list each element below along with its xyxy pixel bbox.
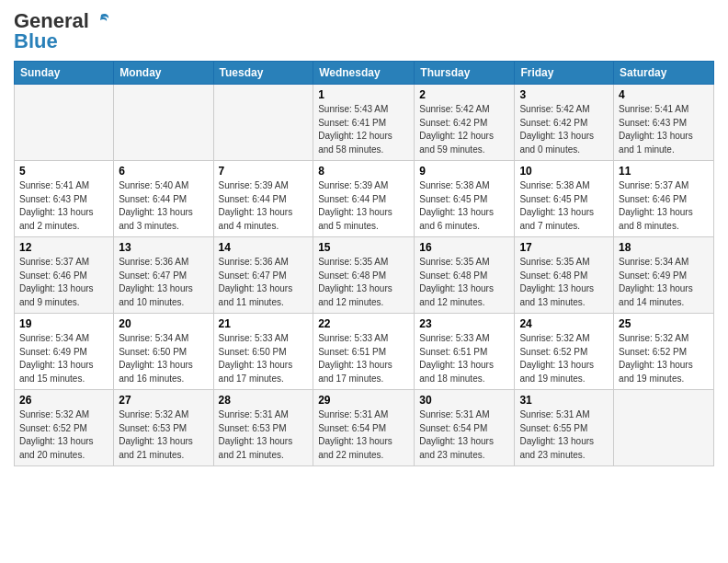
day-number: 22 <box>318 317 409 330</box>
day-info: Sunrise: 5:37 AMSunset: 6:46 PMDaylight:… <box>619 179 709 233</box>
calendar-cell: 15Sunrise: 5:35 AMSunset: 6:48 PMDayligh… <box>313 237 415 314</box>
calendar-cell <box>213 85 313 161</box>
calendar-cell: 18Sunrise: 5:34 AMSunset: 6:49 PMDayligh… <box>614 237 714 314</box>
day-info: Sunrise: 5:34 AMSunset: 6:49 PMDaylight:… <box>19 332 108 385</box>
calendar-cell: 31Sunrise: 5:31 AMSunset: 6:55 PMDayligh… <box>515 390 614 466</box>
calendar-cell: 23Sunrise: 5:33 AMSunset: 6:51 PMDayligh… <box>415 314 515 390</box>
day-number: 14 <box>219 241 309 254</box>
day-info: Sunrise: 5:42 AMSunset: 6:42 PMDaylight:… <box>519 103 609 156</box>
calendar-cell: 22Sunrise: 5:33 AMSunset: 6:51 PMDayligh… <box>313 314 415 390</box>
day-number: 31 <box>519 394 609 407</box>
calendar-header-row: SundayMondayTuesdayWednesdayThursdayFrid… <box>15 62 714 85</box>
day-info: Sunrise: 5:37 AMSunset: 6:46 PMDaylight:… <box>19 256 108 309</box>
logo-bird-icon <box>91 11 111 31</box>
day-number: 1 <box>318 88 409 101</box>
day-number: 28 <box>219 394 309 407</box>
day-number: 17 <box>519 241 609 254</box>
day-number: 29 <box>318 394 409 407</box>
calendar-cell: 29Sunrise: 5:31 AMSunset: 6:54 PMDayligh… <box>313 390 415 466</box>
calendar-cell <box>614 390 714 466</box>
column-header-monday: Monday <box>114 62 213 85</box>
calendar-cell <box>114 85 213 161</box>
calendar-cell: 24Sunrise: 5:32 AMSunset: 6:52 PMDayligh… <box>515 314 614 390</box>
day-info: Sunrise: 5:35 AMSunset: 6:48 PMDaylight:… <box>318 256 409 309</box>
day-info: Sunrise: 5:36 AMSunset: 6:47 PMDaylight:… <box>119 256 208 309</box>
day-number: 10 <box>519 165 609 178</box>
column-header-thursday: Thursday <box>415 62 515 85</box>
day-info: Sunrise: 5:42 AMSunset: 6:42 PMDaylight:… <box>419 103 509 156</box>
day-number: 26 <box>19 394 108 407</box>
day-number: 19 <box>19 317 108 330</box>
day-number: 12 <box>19 241 108 254</box>
day-info: Sunrise: 5:39 AMSunset: 6:44 PMDaylight:… <box>219 179 309 233</box>
calendar-cell: 3Sunrise: 5:42 AMSunset: 6:42 PMDaylight… <box>515 85 614 161</box>
day-info: Sunrise: 5:38 AMSunset: 6:45 PMDaylight:… <box>419 179 509 233</box>
column-header-wednesday: Wednesday <box>313 62 415 85</box>
day-number: 21 <box>219 317 309 330</box>
calendar-cell: 13Sunrise: 5:36 AMSunset: 6:47 PMDayligh… <box>114 237 213 314</box>
calendar-cell: 26Sunrise: 5:32 AMSunset: 6:52 PMDayligh… <box>15 390 114 466</box>
day-info: Sunrise: 5:31 AMSunset: 6:54 PMDaylight:… <box>318 408 409 462</box>
calendar-cell: 11Sunrise: 5:37 AMSunset: 6:46 PMDayligh… <box>614 161 714 237</box>
day-info: Sunrise: 5:32 AMSunset: 6:52 PMDaylight:… <box>19 408 108 462</box>
calendar-cell: 6Sunrise: 5:40 AMSunset: 6:44 PMDaylight… <box>114 161 213 237</box>
day-info: Sunrise: 5:33 AMSunset: 6:51 PMDaylight:… <box>419 332 509 385</box>
calendar-cell: 12Sunrise: 5:37 AMSunset: 6:46 PMDayligh… <box>15 237 114 314</box>
day-info: Sunrise: 5:39 AMSunset: 6:44 PMDaylight:… <box>318 179 409 233</box>
logo-blue-text: Blue <box>14 29 58 53</box>
day-number: 11 <box>619 165 709 178</box>
calendar-table: SundayMondayTuesdayWednesdayThursdayFrid… <box>14 61 714 466</box>
day-info: Sunrise: 5:32 AMSunset: 6:53 PMDaylight:… <box>119 408 208 462</box>
day-info: Sunrise: 5:32 AMSunset: 6:52 PMDaylight:… <box>619 332 709 385</box>
day-number: 9 <box>419 165 509 178</box>
calendar-cell: 5Sunrise: 5:41 AMSunset: 6:43 PMDaylight… <box>15 161 114 237</box>
day-number: 8 <box>318 165 409 178</box>
calendar-cell: 20Sunrise: 5:34 AMSunset: 6:50 PMDayligh… <box>114 314 213 390</box>
day-info: Sunrise: 5:40 AMSunset: 6:44 PMDaylight:… <box>119 179 208 233</box>
calendar-week-row: 1Sunrise: 5:43 AMSunset: 6:41 PMDaylight… <box>15 85 714 161</box>
day-info: Sunrise: 5:32 AMSunset: 6:52 PMDaylight:… <box>519 332 609 385</box>
day-info: Sunrise: 5:38 AMSunset: 6:45 PMDaylight:… <box>519 179 609 233</box>
calendar-cell: 7Sunrise: 5:39 AMSunset: 6:44 PMDaylight… <box>213 161 313 237</box>
day-info: Sunrise: 5:41 AMSunset: 6:43 PMDaylight:… <box>619 103 709 156</box>
calendar-cell: 21Sunrise: 5:33 AMSunset: 6:50 PMDayligh… <box>213 314 313 390</box>
page-header: General Blue <box>14 9 714 53</box>
day-info: Sunrise: 5:33 AMSunset: 6:50 PMDaylight:… <box>219 332 309 385</box>
calendar-cell: 19Sunrise: 5:34 AMSunset: 6:49 PMDayligh… <box>15 314 114 390</box>
day-info: Sunrise: 5:31 AMSunset: 6:54 PMDaylight:… <box>419 408 509 462</box>
day-info: Sunrise: 5:35 AMSunset: 6:48 PMDaylight:… <box>419 256 509 309</box>
calendar-cell: 8Sunrise: 5:39 AMSunset: 6:44 PMDaylight… <box>313 161 415 237</box>
calendar-week-row: 5Sunrise: 5:41 AMSunset: 6:43 PMDaylight… <box>15 161 714 237</box>
day-number: 25 <box>619 317 709 330</box>
column-header-tuesday: Tuesday <box>213 62 313 85</box>
day-info: Sunrise: 5:43 AMSunset: 6:41 PMDaylight:… <box>318 103 409 156</box>
day-number: 24 <box>519 317 609 330</box>
day-info: Sunrise: 5:33 AMSunset: 6:51 PMDaylight:… <box>318 332 409 385</box>
day-info: Sunrise: 5:41 AMSunset: 6:43 PMDaylight:… <box>19 179 108 233</box>
day-number: 4 <box>619 88 709 101</box>
day-number: 5 <box>19 165 108 178</box>
day-number: 20 <box>119 317 208 330</box>
day-info: Sunrise: 5:34 AMSunset: 6:49 PMDaylight:… <box>619 256 709 309</box>
day-info: Sunrise: 5:36 AMSunset: 6:47 PMDaylight:… <box>219 256 309 309</box>
calendar-cell: 4Sunrise: 5:41 AMSunset: 6:43 PMDaylight… <box>614 85 714 161</box>
day-info: Sunrise: 5:31 AMSunset: 6:53 PMDaylight:… <box>219 408 309 462</box>
column-header-friday: Friday <box>515 62 614 85</box>
day-number: 18 <box>619 241 709 254</box>
day-info: Sunrise: 5:31 AMSunset: 6:55 PMDaylight:… <box>519 408 609 462</box>
calendar-cell: 1Sunrise: 5:43 AMSunset: 6:41 PMDaylight… <box>313 85 415 161</box>
calendar-cell: 14Sunrise: 5:36 AMSunset: 6:47 PMDayligh… <box>213 237 313 314</box>
calendar-cell: 30Sunrise: 5:31 AMSunset: 6:54 PMDayligh… <box>415 390 515 466</box>
calendar-cell: 2Sunrise: 5:42 AMSunset: 6:42 PMDaylight… <box>415 85 515 161</box>
calendar-cell: 28Sunrise: 5:31 AMSunset: 6:53 PMDayligh… <box>213 390 313 466</box>
column-header-sunday: Sunday <box>15 62 114 85</box>
calendar-cell: 10Sunrise: 5:38 AMSunset: 6:45 PMDayligh… <box>515 161 614 237</box>
day-number: 6 <box>119 165 208 178</box>
day-info: Sunrise: 5:34 AMSunset: 6:50 PMDaylight:… <box>119 332 208 385</box>
column-header-saturday: Saturday <box>614 62 714 85</box>
day-number: 23 <box>419 317 509 330</box>
day-number: 13 <box>119 241 208 254</box>
calendar-cell <box>15 85 114 161</box>
day-number: 16 <box>419 241 509 254</box>
calendar-week-row: 19Sunrise: 5:34 AMSunset: 6:49 PMDayligh… <box>15 314 714 390</box>
